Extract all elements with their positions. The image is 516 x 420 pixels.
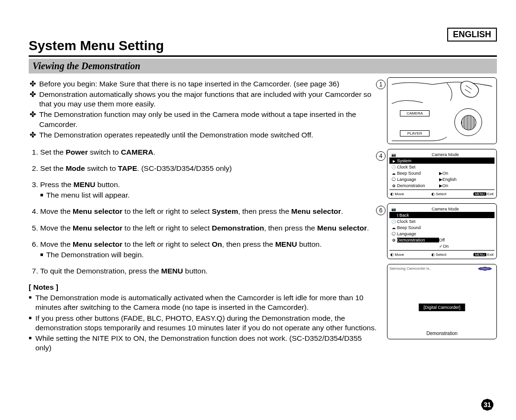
- illus-menu-screen-6: 6 Camera Mode t BackClock SetBeep SoundL…: [387, 203, 497, 259]
- menu-key-icon: MENU: [473, 253, 486, 256]
- lcd-menu-label: Beep Sound: [397, 171, 439, 176]
- cloud-icon: [390, 225, 397, 230]
- tv-icon: [390, 231, 397, 236]
- camera-icon: [390, 207, 397, 211]
- menu-key-icon: MENU: [473, 192, 486, 196]
- body-text-column: Before you begin: Make Sure that there i…: [29, 77, 387, 354]
- step-6: Move the Menu selector to the left or ri…: [40, 240, 379, 260]
- dial-label-camera: CAMERA: [400, 110, 430, 116]
- illustration-column: 1 CAMERA PLAYER 4: [387, 77, 497, 354]
- dial-knob-icon: [454, 108, 482, 136]
- lcd-menu-label: Clock Set: [397, 219, 439, 224]
- note-item: The Demonstration mode is automatically …: [35, 293, 379, 312]
- knob-icon: ◐: [431, 192, 435, 196]
- lcd-menu-value: ▶English: [439, 177, 494, 182]
- sys-icon: [390, 219, 397, 224]
- step-2: Set the Mode switch to TAPE. (SC-D353/D3…: [40, 164, 379, 173]
- lcd-menu-row: System: [389, 158, 494, 164]
- step-5: Move the Menu selector to the left or ri…: [40, 223, 379, 233]
- lcd-menu-label: Demonstration: [397, 183, 439, 188]
- sys-icon: [390, 165, 397, 169]
- note-item: While setting the NITE PIX to ON, the De…: [35, 334, 379, 353]
- intro-bullet: The Demonstration operates repeatedly un…: [39, 130, 379, 140]
- step-badge-1: 1: [376, 80, 386, 89]
- lcd-title: Camera Mode: [397, 206, 494, 212]
- illus-demo-splash: Samsung Camcorder is.. [Digital Camcorde…: [387, 264, 497, 339]
- step-3: Press the MENU button. The menu list wil…: [40, 180, 379, 200]
- demo-capsule: [Digital Camcorder]: [419, 304, 465, 311]
- illus-menu-screen-4: 4 Camera Mode SystemClock SetBeep Sound▶…: [387, 149, 497, 199]
- lcd-footer: ◐ Move ◐ Select MENUExit: [389, 191, 494, 196]
- lcd-menu-row: Beep Sound: [389, 224, 494, 231]
- cloud-icon: [390, 171, 397, 176]
- lcd-menu-row: Clock Set: [389, 218, 494, 224]
- knob-icon: ◐: [431, 252, 435, 257]
- lcd-menu-label: Beep Sound: [397, 225, 439, 230]
- notes-list: The Demonstration mode is automatically …: [29, 293, 379, 353]
- step-1: Set the Power switch to CAMERA.: [40, 147, 379, 157]
- lcd-title-row: Camera Mode: [389, 151, 494, 158]
- camera-icon: [390, 152, 397, 157]
- lcd-menu-value: ▶On: [439, 183, 494, 188]
- lcd-menu-row: DemonstrationOff: [389, 237, 494, 243]
- demo-top-row: Samsung Camcorder is..: [389, 266, 494, 271]
- samsung-logo-icon: [475, 266, 494, 271]
- lcd-menu-row: Demonstration▶On: [389, 182, 494, 189]
- lcd-title-row: Camera Mode: [389, 206, 494, 212]
- lcd-menu-label: t Back: [397, 213, 439, 218]
- knob-icon: ◐: [390, 252, 394, 257]
- lcd-menu-value: ▶On: [439, 171, 494, 176]
- lcd-footer: ◐ Move ◐ Select MENUExit: [389, 252, 494, 257]
- lcd-menu-row: ✓On: [389, 243, 494, 249]
- lcd-menu-label: Clock Set: [397, 165, 439, 169]
- knob-icon: ◐: [390, 192, 394, 196]
- lcd-menu-label: System: [397, 158, 439, 163]
- lcd-menu-value: Off: [439, 238, 494, 242]
- step-3-sub: The menu list will appear.: [40, 190, 379, 200]
- dial-label-player: PLAYER: [400, 130, 430, 136]
- step-badge-6: 6: [376, 206, 386, 215]
- lcd-title: Camera Mode: [397, 151, 494, 158]
- title-rule: [29, 55, 497, 57]
- step-4: Move the Menu selector to the left or ri…: [40, 207, 379, 216]
- lcd-menu-row: Beep Sound▶On: [389, 170, 494, 176]
- demo-bottom-label: Demonstration: [387, 331, 496, 336]
- section-heading: Viewing the Demonstration: [29, 59, 497, 74]
- tv-icon: [390, 177, 397, 182]
- arrow-icon: [390, 158, 397, 163]
- language-badge: ENGLISH: [447, 28, 497, 42]
- lcd-menu-label: Demonstration: [397, 238, 439, 242]
- step-7: To quit the Demonstration, press the MEN…: [40, 266, 379, 276]
- page-title: System Menu Setting: [29, 38, 497, 53]
- page-number: 31: [481, 398, 494, 411]
- lcd-menu-row: Language: [389, 231, 494, 237]
- intro-bullets: Before you begin: Make Sure that there i…: [29, 79, 379, 140]
- illus-mode-dial: 1 CAMERA PLAYER: [387, 77, 497, 144]
- demo-top-text: Samsung Camcorder is..: [389, 266, 431, 271]
- note-item: If you press other buttons (FADE, BLC, P…: [35, 314, 379, 333]
- step-6-sub: The Demonstration will begin.: [40, 250, 379, 260]
- notes-header: [ Notes ]: [29, 283, 379, 292]
- intro-bullet: Demonstration automatically shows you th…: [39, 90, 379, 109]
- steps-list: Set the Power switch to CAMERA. Set the …: [29, 147, 379, 276]
- intro-bullet: Before you begin: Make Sure that there i…: [39, 79, 379, 89]
- gear-icon: [390, 183, 397, 188]
- lcd-menu-label: Language: [397, 177, 439, 182]
- lcd-menu-label: Language: [397, 231, 439, 236]
- lcd-menu-value: ✓On: [439, 244, 494, 249]
- lcd-menu-row: Language▶English: [389, 176, 494, 182]
- lcd-menu-row: Clock Set: [389, 164, 494, 170]
- lcd-menu-row: t Back: [389, 212, 494, 218]
- step-badge-4: 4: [376, 151, 386, 161]
- intro-bullet: The Demonstration function may only be u…: [39, 110, 379, 129]
- gear-icon: [390, 238, 397, 242]
